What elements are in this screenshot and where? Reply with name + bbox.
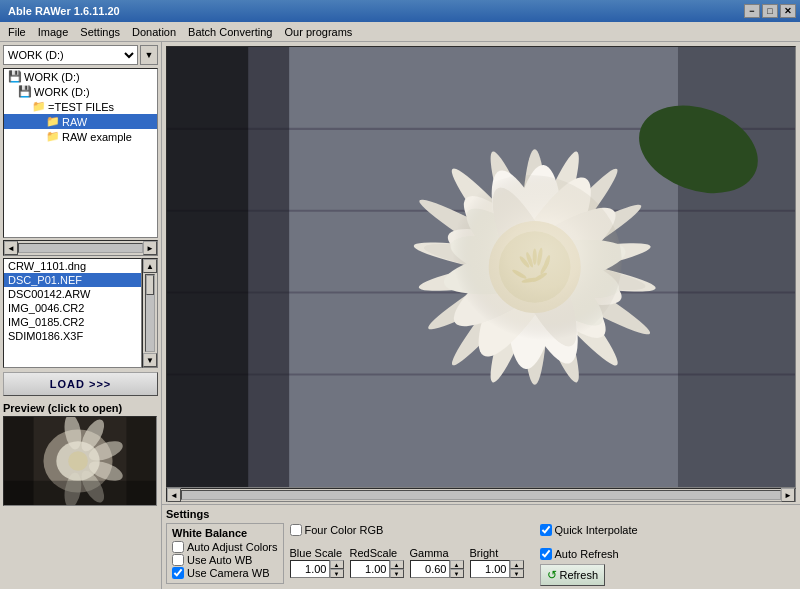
menu-settings[interactable]: Settings bbox=[74, 24, 126, 40]
maximize-button[interactable]: □ bbox=[762, 4, 778, 18]
auto-refresh-checkbox[interactable] bbox=[540, 548, 552, 560]
gamma-spin-btns: ▲ ▼ bbox=[450, 560, 464, 578]
menu-donation[interactable]: Donation bbox=[126, 24, 182, 40]
refresh-button[interactable]: ↺ Refresh bbox=[540, 564, 606, 586]
folder-icon-raw: 📁 bbox=[46, 115, 60, 128]
use-auto-wb-label: Use Auto WB bbox=[187, 554, 252, 566]
four-color-rgb-row: Four Color RGB bbox=[290, 524, 524, 536]
file-item-dsc00142[interactable]: DSC00142.ARW bbox=[4, 287, 141, 301]
image-hscrollbar[interactable]: ◄ ► bbox=[166, 488, 796, 502]
menu-bar: File Image Settings Donation Batch Conve… bbox=[0, 22, 800, 42]
red-scale-spin-btns: ▲ ▼ bbox=[390, 560, 404, 578]
menu-batch-converting[interactable]: Batch Converting bbox=[182, 24, 278, 40]
hscroll-track[interactable] bbox=[18, 243, 143, 253]
white-balance-group: White Balance Auto Adjust Colors Use Aut… bbox=[166, 523, 284, 584]
blue-scale-label: Blue Scale bbox=[290, 547, 343, 559]
folder-icon-test: 📁 bbox=[32, 100, 46, 113]
spinners-row: Blue Scale ▲ ▼ RedScale bbox=[290, 547, 524, 578]
menu-our-programs[interactable]: Our programs bbox=[279, 24, 359, 40]
file-list-vscrollbar[interactable]: ▲ ▼ bbox=[142, 258, 158, 368]
load-button-area: LOAD >>> bbox=[0, 368, 161, 400]
vscroll-down-button[interactable]: ▼ bbox=[143, 353, 157, 367]
tree-hscrollbar[interactable]: ◄ ► bbox=[3, 240, 158, 256]
bright-up-button[interactable]: ▲ bbox=[510, 560, 524, 569]
bright-input[interactable] bbox=[470, 560, 510, 578]
blue-scale-input[interactable] bbox=[290, 560, 330, 578]
tree-item-raw-example[interactable]: 📁 RAW example bbox=[4, 129, 157, 144]
red-scale-down-button[interactable]: ▼ bbox=[390, 569, 404, 578]
img-hscroll-left[interactable]: ◄ bbox=[167, 488, 181, 502]
refresh-area: Auto Refresh ↺ Refresh bbox=[540, 547, 638, 586]
gamma-down-button[interactable]: ▼ bbox=[450, 569, 464, 578]
red-scale-input-row: ▲ ▼ bbox=[350, 560, 404, 578]
blue-scale-spin-btns: ▲ ▼ bbox=[330, 560, 344, 578]
drive-refresh-button[interactable]: ▼ bbox=[140, 45, 158, 65]
left-panel: WORK (D:) ▼ 💾 WORK (D:) 💾 WORK (D:) 📁 =T… bbox=[0, 42, 162, 589]
preview-section: Preview (click to open) bbox=[0, 400, 161, 508]
tree-item-work-d-2[interactable]: 💾 WORK (D:) bbox=[4, 84, 157, 99]
load-button[interactable]: LOAD >>> bbox=[3, 372, 158, 396]
auto-refresh-label: Auto Refresh bbox=[555, 548, 619, 560]
gamma-up-button[interactable]: ▲ bbox=[450, 560, 464, 569]
app-title: Able RAWer 1.6.11.20 bbox=[4, 5, 120, 17]
menu-file[interactable]: File bbox=[2, 24, 32, 40]
wb-title: White Balance bbox=[172, 527, 278, 539]
gamma-input[interactable] bbox=[410, 560, 450, 578]
quick-interpolate-label: Quick Interpolate bbox=[555, 524, 638, 536]
auto-adjust-colors-label: Auto Adjust Colors bbox=[187, 541, 278, 553]
bright-spin-btns: ▲ ▼ bbox=[510, 560, 524, 578]
right-panel: ◄ ► Settings White Balance Auto Adjust C… bbox=[162, 42, 800, 589]
tree-item-work-d[interactable]: 💾 WORK (D:) bbox=[4, 69, 157, 84]
right-options-col: Quick Interpolate Auto Refresh ↺ Refresh bbox=[540, 523, 638, 586]
blue-scale-up-button[interactable]: ▲ bbox=[330, 560, 344, 569]
settings-row: White Balance Auto Adjust Colors Use Aut… bbox=[166, 523, 796, 586]
window-controls: − □ ✕ bbox=[744, 4, 796, 18]
tree-item-raw[interactable]: 📁 RAW bbox=[4, 114, 157, 129]
vscroll-up-button[interactable]: ▲ bbox=[143, 259, 157, 273]
minimize-button[interactable]: − bbox=[744, 4, 760, 18]
file-item-img0185[interactable]: IMG_0185.CR2 bbox=[4, 315, 141, 329]
close-button[interactable]: ✕ bbox=[780, 4, 796, 18]
drive-selector: WORK (D:) ▼ bbox=[0, 42, 161, 68]
file-item-sdim0186[interactable]: SDIM0186.X3F bbox=[4, 329, 141, 343]
drive-icon-2: 💾 bbox=[18, 85, 32, 98]
bright-down-button[interactable]: ▼ bbox=[510, 569, 524, 578]
gamma-spinner: Gamma ▲ ▼ bbox=[410, 547, 464, 578]
quick-interpolate-checkbox[interactable] bbox=[540, 524, 552, 536]
img-hscroll-track[interactable] bbox=[181, 490, 781, 500]
preview-image[interactable] bbox=[3, 416, 157, 506]
blue-scale-input-row: ▲ ▼ bbox=[290, 560, 344, 578]
vscroll-track[interactable] bbox=[145, 274, 155, 352]
red-scale-label: RedScale bbox=[350, 547, 398, 559]
file-item-dscp01[interactable]: DSC_P01.NEF bbox=[4, 273, 141, 287]
hscroll-right-button[interactable]: ► bbox=[143, 241, 157, 255]
svg-rect-13 bbox=[4, 481, 156, 506]
red-scale-input[interactable] bbox=[350, 560, 390, 578]
use-camera-wb-row: Use Camera WB bbox=[172, 567, 278, 579]
preview-label: Preview (click to open) bbox=[3, 402, 158, 414]
img-hscroll-right[interactable]: ► bbox=[781, 488, 795, 502]
file-item-crw1101[interactable]: CRW_1101.dng bbox=[4, 259, 141, 273]
folder-tree[interactable]: 💾 WORK (D:) 💾 WORK (D:) 📁 =TEST FILEs 📁 … bbox=[3, 68, 158, 238]
use-auto-wb-checkbox[interactable] bbox=[172, 554, 184, 566]
folder-icon-raw-example: 📁 bbox=[46, 130, 60, 143]
file-list[interactable]: CRW_1101.dng DSC_P01.NEF DSC00142.ARW IM… bbox=[3, 258, 142, 368]
drive-dropdown[interactable]: WORK (D:) bbox=[3, 45, 138, 65]
quick-interpolate-row: Quick Interpolate bbox=[540, 524, 638, 536]
file-item-img0046[interactable]: IMG_0046.CR2 bbox=[4, 301, 141, 315]
use-camera-wb-checkbox[interactable] bbox=[172, 567, 184, 579]
main-image-area[interactable] bbox=[166, 46, 796, 488]
auto-adjust-colors-checkbox[interactable] bbox=[172, 541, 184, 553]
blue-scale-down-button[interactable]: ▼ bbox=[330, 569, 344, 578]
refresh-icon: ↺ bbox=[547, 568, 557, 582]
settings-title: Settings bbox=[166, 508, 796, 520]
tree-item-test-files[interactable]: 📁 =TEST FILEs bbox=[4, 99, 157, 114]
four-color-rgb-checkbox[interactable] bbox=[290, 524, 302, 536]
menu-image[interactable]: Image bbox=[32, 24, 75, 40]
hscroll-left-button[interactable]: ◄ bbox=[4, 241, 18, 255]
bright-spinner: Bright ▲ ▼ bbox=[470, 547, 524, 578]
svg-rect-59 bbox=[167, 47, 248, 487]
use-camera-wb-label: Use Camera WB bbox=[187, 567, 270, 579]
vscroll-thumb[interactable] bbox=[146, 275, 154, 295]
red-scale-up-button[interactable]: ▲ bbox=[390, 560, 404, 569]
